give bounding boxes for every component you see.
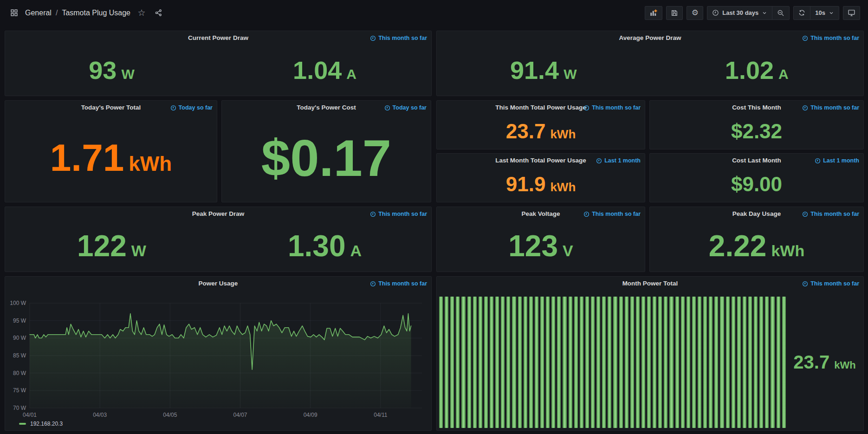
breadcrumb-dashboard-title[interactable]: Tasmota Plug Usage xyxy=(62,9,130,17)
panel-time-link[interactable]: Today so far xyxy=(384,104,427,111)
lcd-gauge-cell xyxy=(479,297,482,428)
svg-text:04/05: 04/05 xyxy=(163,412,177,417)
svg-text:100 W: 100 W xyxy=(10,300,26,306)
stat-value: $9.00 xyxy=(731,173,782,196)
panel-title[interactable]: Current Power Draw xyxy=(5,31,431,45)
lcd-gauge-cell xyxy=(748,297,752,428)
panel-time-link[interactable]: This month so far xyxy=(370,211,427,217)
svg-text:80 W: 80 W xyxy=(13,370,26,376)
dashboard-settings-button[interactable]: ⚙ xyxy=(687,6,703,20)
lcd-gauge-cell xyxy=(625,297,628,428)
tv-kiosk-mode-button[interactable] xyxy=(843,6,860,20)
panel-title[interactable]: Month Power Total xyxy=(437,277,863,291)
panel-title[interactable]: Average Power Draw xyxy=(437,31,863,45)
lcd-gauge-cell xyxy=(698,297,701,428)
stat-value: 1.02A xyxy=(725,56,789,84)
panel-time-link[interactable]: This month so far xyxy=(802,211,859,217)
lcd-gauge-cell xyxy=(647,297,651,428)
panel-peak-power-draw: Peak Power Draw This month so far 122W 1… xyxy=(5,207,432,272)
panel-time-link[interactable]: This month so far xyxy=(370,280,427,287)
star-icon[interactable]: ☆ xyxy=(136,7,147,19)
add-panel-icon xyxy=(649,9,658,17)
panel-time-link[interactable]: Last 1 month xyxy=(815,157,859,164)
lcd-gauge-cell xyxy=(490,297,493,428)
lcd-gauge-cell xyxy=(574,297,578,428)
panel-time-link[interactable]: This month so far xyxy=(802,104,859,111)
panel-cost-this-month: Cost This Month This month so far $2.32 xyxy=(649,100,864,149)
lcd-gauge-cell xyxy=(456,297,460,428)
svg-text:04/11: 04/11 xyxy=(374,412,387,417)
lcd-gauge-cell xyxy=(445,297,448,428)
panel-this-month-total-power-usage: This Month Total Power Usage This month … xyxy=(436,100,645,149)
panel-title[interactable]: Peak Power Draw xyxy=(5,207,431,221)
panel-todays-power-cost: Today's Power Cost Today so far $0.17 xyxy=(221,100,431,202)
lcd-gauge-cell xyxy=(765,297,769,428)
lcd-gauge-cell xyxy=(535,297,538,428)
panel-time-link[interactable]: This month so far xyxy=(583,211,641,217)
lcd-gauge-cell xyxy=(619,297,623,428)
time-series-plot-area[interactable]: 100 W95 W90 W85 W80 W75 W70 W04/0104/030… xyxy=(5,291,431,417)
panel-time-link[interactable]: This month so far xyxy=(802,35,859,41)
refresh-group: 10s xyxy=(793,6,839,20)
lcd-gauge-cell xyxy=(524,297,527,428)
lcd-gauge-cell xyxy=(467,297,471,428)
monitor-icon xyxy=(848,9,855,17)
clock-icon xyxy=(370,35,376,41)
stat-value: 122W xyxy=(77,229,146,263)
save-icon xyxy=(671,9,678,17)
lcd-gauge-cell xyxy=(737,297,741,428)
panel-title[interactable]: Power Usage xyxy=(5,277,431,291)
clock-icon xyxy=(802,281,808,287)
lcd-gauge-cell xyxy=(641,297,645,428)
panel-cost-last-month: Cost Last Month Last 1 month $9.00 xyxy=(649,153,864,202)
clock-icon xyxy=(712,9,719,16)
lcd-gauge-cell xyxy=(675,297,679,428)
stat-value: 1.71kWh xyxy=(50,136,172,180)
panel-time-link[interactable]: This month so far xyxy=(370,35,427,41)
lcd-gauge-cell xyxy=(687,297,690,428)
stat-value: 91.9kWh xyxy=(506,173,576,196)
lcd-gauge-cell xyxy=(495,297,499,428)
svg-text:70 W: 70 W xyxy=(13,405,26,411)
legend-item[interactable]: 192.168.20.3 xyxy=(19,421,63,427)
lcd-gauge-cell xyxy=(732,297,735,428)
stat-value: 2.22kWh xyxy=(709,229,804,263)
lcd-gauge-cell xyxy=(585,297,589,428)
lcd-gauge-cell xyxy=(669,297,673,428)
panel-time-link[interactable]: Last 1 month xyxy=(596,157,641,164)
svg-text:95 W: 95 W xyxy=(13,317,26,324)
lcd-gauge-cell xyxy=(771,297,774,428)
panel-time-link[interactable]: This month so far xyxy=(802,280,859,287)
refresh-interval-picker[interactable]: 10s xyxy=(810,6,839,19)
lcd-gauge-cell xyxy=(709,297,713,428)
clock-icon xyxy=(370,211,376,217)
breadcrumb-section[interactable]: General xyxy=(25,9,52,17)
lcd-gauge-cell xyxy=(602,297,606,428)
panel-peak-voltage: Peak Voltage This month so far 123V xyxy=(436,207,645,272)
panel-time-link[interactable]: Today so far xyxy=(170,104,213,111)
panel-peak-day-usage: Peak Day Usage This month so far 2.22kWh xyxy=(649,207,864,272)
gauge-value: 23.7 kWh xyxy=(793,352,855,373)
add-panel-button[interactable] xyxy=(645,6,662,20)
panel-time-link[interactable]: This month so far xyxy=(583,104,641,111)
lcd-gauge-cell xyxy=(630,297,634,428)
panel-current-power-draw: Current Power Draw This month so far 93W… xyxy=(5,31,432,96)
lcd-gauge-cell xyxy=(782,297,786,428)
breadcrumb-separator: / xyxy=(56,9,58,17)
clock-icon xyxy=(170,105,176,111)
lcd-gauge-cell xyxy=(473,297,477,428)
zoom-out-button[interactable] xyxy=(772,6,789,19)
stat-value: $0.17 xyxy=(261,128,391,188)
zoom-out-icon xyxy=(777,9,784,17)
breadcrumb: General / Tasmota Plug Usage xyxy=(25,9,130,17)
lcd-gauge-cell xyxy=(692,297,696,428)
dashboards-grid-icon[interactable] xyxy=(8,7,19,19)
save-dashboard-button[interactable] xyxy=(666,6,683,20)
time-range-picker[interactable]: Last 30 days xyxy=(707,6,772,19)
share-icon[interactable] xyxy=(153,7,164,19)
lcd-gauge-cell xyxy=(580,297,583,428)
lcd-bar-gauge[interactable] xyxy=(439,297,786,428)
lcd-gauge-cell xyxy=(743,297,746,428)
refresh-button[interactable] xyxy=(794,6,810,19)
lcd-gauge-cell xyxy=(546,297,550,428)
